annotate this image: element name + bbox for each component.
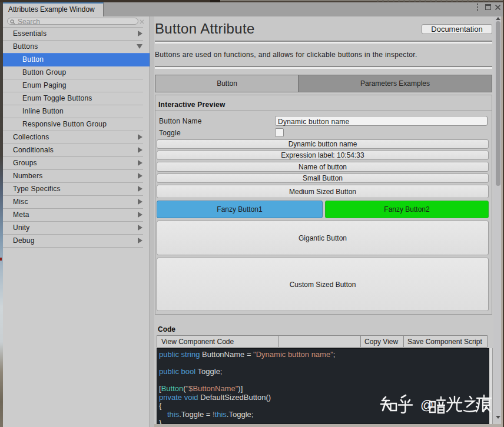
svg-text:@: @ (420, 398, 433, 412)
